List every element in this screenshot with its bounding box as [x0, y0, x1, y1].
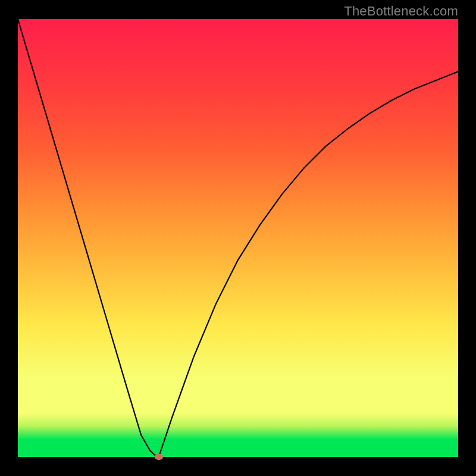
plot-area — [18, 19, 458, 457]
watermark-text: TheBottleneck.com — [344, 4, 458, 19]
optimum-marker — [155, 454, 163, 460]
curve-path — [18, 19, 458, 457]
bottleneck-curve — [18, 19, 458, 457]
chart-frame: TheBottleneck.com — [0, 0, 476, 476]
